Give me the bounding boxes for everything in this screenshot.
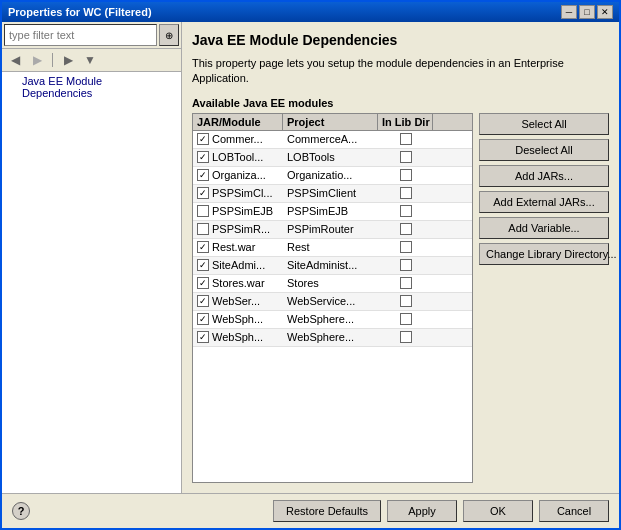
- lib-checkbox[interactable]: [400, 295, 412, 307]
- jar-name: LOBTool...: [212, 151, 263, 163]
- project-name: WebService...: [283, 294, 378, 308]
- table-header: JAR/Module Project In Lib Dir: [193, 114, 472, 131]
- window-title: Properties for WC (Filtered): [8, 6, 152, 18]
- table-row: Rest.warRest: [193, 239, 472, 257]
- search-button[interactable]: ⊕: [159, 24, 179, 46]
- window-controls: ─ □ ✕: [561, 5, 613, 19]
- minimize-button[interactable]: ─: [561, 5, 577, 19]
- apply-button[interactable]: Apply: [387, 500, 457, 522]
- jar-checkbox[interactable]: [197, 241, 209, 253]
- jar-checkbox[interactable]: [197, 277, 209, 289]
- lib-checkbox[interactable]: [400, 277, 412, 289]
- lib-checkbox[interactable]: [400, 151, 412, 163]
- lib-checkbox[interactable]: [400, 169, 412, 181]
- maximize-button[interactable]: □: [579, 5, 595, 19]
- main-window: Properties for WC (Filtered) ─ □ ✕ ⊕ ◀ ▶…: [0, 0, 621, 530]
- nav-separator: [52, 53, 53, 67]
- table-body: Commer...CommerceA...LOBTool...LOBToolsO…: [193, 131, 472, 482]
- jar-checkbox[interactable]: [197, 133, 209, 145]
- back-button[interactable]: ◀: [6, 51, 24, 69]
- jar-name: Stores.war: [212, 277, 265, 289]
- jar-name: Commer...: [212, 133, 263, 145]
- bottom-right-buttons: Restore Defaults Apply OK Cancel: [273, 500, 609, 522]
- modules-table: JAR/Module Project In Lib Dir Commer...C…: [192, 113, 473, 483]
- project-name: Organizatio...: [283, 168, 378, 182]
- lib-checkbox[interactable]: [400, 313, 412, 325]
- main-content: JAR/Module Project In Lib Dir Commer...C…: [192, 113, 609, 483]
- close-button[interactable]: ✕: [597, 5, 613, 19]
- table-row: Organiza...Organizatio...: [193, 167, 472, 185]
- table-row: WebSph...WebSphere...: [193, 311, 472, 329]
- table-row: LOBTool...LOBTools: [193, 149, 472, 167]
- col-project: Project: [283, 114, 378, 130]
- jar-checkbox[interactable]: [197, 313, 209, 325]
- col-lib: In Lib Dir: [378, 114, 433, 130]
- lib-checkbox[interactable]: [400, 187, 412, 199]
- jar-checkbox[interactable]: [197, 187, 209, 199]
- search-input[interactable]: [4, 24, 157, 46]
- buttons-panel: Select AllDeselect AllAdd JARs...Add Ext…: [479, 113, 609, 483]
- lib-checkbox[interactable]: [400, 205, 412, 217]
- table-row: Commer...CommerceA...: [193, 131, 472, 149]
- project-name: WebSphere...: [283, 312, 378, 326]
- deselect-all-button[interactable]: Deselect All: [479, 139, 609, 161]
- description-text: This property page lets you setup the mo…: [192, 56, 609, 87]
- jar-checkbox[interactable]: [197, 295, 209, 307]
- forward2-button[interactable]: ▶: [59, 51, 77, 69]
- jar-name: PSPSimR...: [212, 223, 270, 235]
- table-row: Stores.warStores: [193, 275, 472, 293]
- project-name: Rest: [283, 240, 378, 254]
- jar-checkbox[interactable]: [197, 169, 209, 181]
- table-row: SiteAdmi...SiteAdminist...: [193, 257, 472, 275]
- jar-checkbox[interactable]: [197, 223, 209, 235]
- lib-checkbox[interactable]: [400, 223, 412, 235]
- jar-checkbox[interactable]: [197, 151, 209, 163]
- project-name: WebSphere...: [283, 330, 378, 344]
- change-library-directory-button[interactable]: Change Library Directory...: [479, 243, 609, 265]
- jar-name: WebSer...: [212, 295, 260, 307]
- lib-checkbox[interactable]: [400, 241, 412, 253]
- table-row: PSPSimCl...PSPSimClient: [193, 185, 472, 203]
- project-name: PSPSimClient: [283, 186, 378, 200]
- nav-toolbar: ◀ ▶ ▶ ▼: [2, 49, 181, 72]
- jar-checkbox[interactable]: [197, 331, 209, 343]
- panel-title: Java EE Module Dependencies: [192, 32, 609, 48]
- jar-name: Organiza...: [212, 169, 266, 181]
- col-jar: JAR/Module: [193, 114, 283, 130]
- jar-checkbox[interactable]: [197, 205, 209, 217]
- jar-name: WebSph...: [212, 313, 263, 325]
- help-button[interactable]: ?: [12, 502, 30, 520]
- jar-name: WebSph...: [212, 331, 263, 343]
- forward-button[interactable]: ▶: [28, 51, 46, 69]
- jar-name: SiteAdmi...: [212, 259, 265, 271]
- table-row: WebSer...WebService...: [193, 293, 472, 311]
- jar-name: PSPSimCl...: [212, 187, 273, 199]
- table-row: PSPSimR...PSPimRouter: [193, 221, 472, 239]
- project-name: CommerceA...: [283, 132, 378, 146]
- table-row: PSPSimEJBPSPSimEJB: [193, 203, 472, 221]
- content-area: ⊕ ◀ ▶ ▶ ▼ Java EE Module Dependencies Ja…: [2, 22, 619, 493]
- search-bar: ⊕: [2, 22, 181, 49]
- add-external-jars-button[interactable]: Add External JARs...: [479, 191, 609, 213]
- jar-name: Rest.war: [212, 241, 255, 253]
- dropdown-button[interactable]: ▼: [81, 51, 99, 69]
- sidebar-item-java-ee[interactable]: Java EE Module Dependencies: [2, 72, 181, 102]
- project-name: SiteAdminist...: [283, 258, 378, 272]
- jar-name: PSPSimEJB: [212, 205, 273, 217]
- lib-checkbox[interactable]: [400, 259, 412, 271]
- right-panel: Java EE Module Dependencies This propert…: [182, 22, 619, 493]
- cancel-button[interactable]: Cancel: [539, 500, 609, 522]
- lib-checkbox[interactable]: [400, 331, 412, 343]
- project-name: LOBTools: [283, 150, 378, 164]
- table-row: WebSph...WebSphere...: [193, 329, 472, 347]
- add-jars-button[interactable]: Add JARs...: [479, 165, 609, 187]
- restore-defaults-button[interactable]: Restore Defaults: [273, 500, 381, 522]
- add-variable-button[interactable]: Add Variable...: [479, 217, 609, 239]
- title-bar: Properties for WC (Filtered) ─ □ ✕: [2, 2, 619, 22]
- ok-button[interactable]: OK: [463, 500, 533, 522]
- project-name: PSPSimEJB: [283, 204, 378, 218]
- select-all-button[interactable]: Select All: [479, 113, 609, 135]
- jar-checkbox[interactable]: [197, 259, 209, 271]
- lib-checkbox[interactable]: [400, 133, 412, 145]
- project-name: PSPimRouter: [283, 222, 378, 236]
